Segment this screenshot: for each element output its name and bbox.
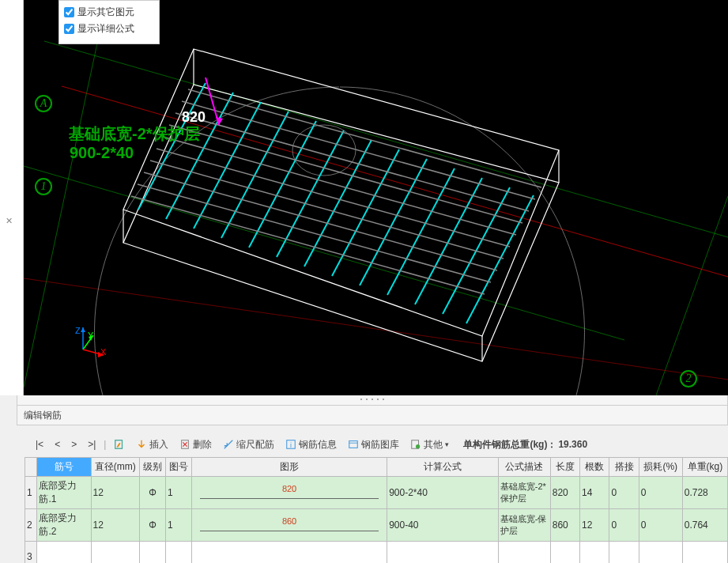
- col-loss[interactable]: 损耗(%): [639, 458, 682, 477]
- cell-length[interactable]: 820: [550, 477, 579, 509]
- model-canvas[interactable]: [24, 0, 728, 395]
- toolbar: |< < > >| | 插入 删除 缩尺配筋 i 钢筋信息 钢筋图库 其他 ▾ …: [25, 433, 728, 455]
- nav-prev-button[interactable]: <: [50, 436, 65, 452]
- cell-lap[interactable]: [609, 542, 639, 564]
- axis-marker-a: A: [35, 95, 52, 112]
- gutter-close-icon[interactable]: ✕: [6, 216, 13, 226]
- svg-line-16: [221, 111, 289, 238]
- svg-line-0: [24, 166, 624, 340]
- cell-formula[interactable]: [387, 542, 499, 564]
- rebar-info-label: 钢筋信息: [299, 438, 337, 452]
- table-row[interactable]: 2 底部受力筋.2 12 Φ 1 860 900-40 基础底宽-保护层 860…: [25, 509, 728, 542]
- cell-loss[interactable]: [639, 542, 682, 564]
- cell-grade[interactable]: Φ: [140, 477, 166, 509]
- col-unit-weight[interactable]: 单重(kg): [682, 458, 727, 477]
- cell-name[interactable]: [37, 542, 91, 564]
- cell-lap[interactable]: 0: [609, 509, 639, 542]
- formula-calculation: 900-2*40: [70, 144, 134, 162]
- cell-count[interactable]: 12: [580, 509, 609, 542]
- panel-title: 编辑钢筋: [17, 405, 728, 425]
- checkbox-show-other-elements[interactable]: 显示其它图元: [64, 4, 154, 21]
- panel-resize-handle[interactable]: [17, 395, 728, 405]
- nav-first-button[interactable]: |<: [31, 436, 48, 452]
- cell-weight[interactable]: [682, 542, 727, 564]
- checkbox-label: 显示其它图元: [77, 6, 134, 19]
- col-count[interactable]: 根数: [580, 458, 609, 477]
- col-grade[interactable]: 级别: [140, 458, 166, 477]
- axis-marker-1: 1: [35, 178, 52, 195]
- checkbox-input[interactable]: [64, 24, 74, 34]
- import-icon[interactable]: [109, 436, 130, 452]
- total-weight-display: 单构件钢筋总重(kg)： 19.360: [463, 438, 587, 452]
- rebar-library-button[interactable]: 钢筋图库: [343, 436, 404, 454]
- cell-diameter[interactable]: 12: [91, 477, 140, 509]
- delete-label: 删除: [193, 438, 212, 452]
- cell-figno[interactable]: [165, 542, 191, 564]
- checkbox-input[interactable]: [64, 7, 74, 17]
- nav-next-button[interactable]: >: [66, 436, 81, 452]
- scale-rebar-button[interactable]: 缩尺配筋: [218, 436, 279, 454]
- viewport-3d[interactable]: 显示其它图元 显示详细公式 820 基础底宽-2*保护层 900-2*40 A …: [24, 0, 728, 395]
- cell-desc[interactable]: 基础底宽-保护层: [498, 509, 550, 542]
- col-length[interactable]: 长度: [550, 458, 579, 477]
- col-figure-no[interactable]: 图号: [165, 458, 191, 477]
- axis-y-label: Y: [88, 331, 93, 340]
- cell-length[interactable]: 860: [550, 509, 579, 542]
- rebar-info-button[interactable]: i 钢筋信息: [281, 436, 341, 454]
- cell-figno[interactable]: 1: [165, 477, 191, 509]
- table-row[interactable]: 3: [25, 542, 728, 564]
- total-weight-value: 19.360: [558, 439, 587, 450]
- cell-weight[interactable]: 0.728: [682, 477, 727, 509]
- svg-line-3: [656, 196, 728, 395]
- cell-count[interactable]: [580, 542, 609, 564]
- cell-grade[interactable]: Φ: [140, 509, 166, 542]
- shape-dimension: 860: [200, 516, 379, 526]
- col-rebar-id[interactable]: 筋号: [37, 458, 91, 477]
- cell-loss[interactable]: 0: [639, 509, 682, 542]
- other-label: 其他: [424, 438, 443, 452]
- col-rownum[interactable]: [25, 458, 37, 477]
- cell-name[interactable]: 底部受力筋.2: [37, 509, 91, 542]
- cell-desc[interactable]: 基础底宽-2*保护层: [498, 477, 550, 509]
- insert-button[interactable]: 插入: [131, 436, 173, 454]
- rebar-library-label: 钢筋图库: [361, 438, 399, 452]
- nav-last-button[interactable]: >|: [83, 436, 100, 452]
- col-lap[interactable]: 搭接: [609, 458, 639, 477]
- svg-line-18: [277, 130, 344, 257]
- col-formula[interactable]: 计算公式: [387, 458, 499, 477]
- cell-shape[interactable]: [191, 542, 387, 564]
- cell-diameter[interactable]: [91, 542, 140, 564]
- cell-count[interactable]: 14: [580, 477, 609, 509]
- checkbox-show-detailed-formula[interactable]: 显示详细公式: [64, 21, 154, 37]
- display-options-panel: 显示其它图元 显示详细公式: [58, 0, 160, 44]
- delete-button[interactable]: 删除: [175, 436, 217, 454]
- axis-z-label: Z: [75, 326, 81, 335]
- other-button[interactable]: 其他 ▾: [405, 436, 454, 454]
- cell-name[interactable]: 底部受力筋.1: [37, 477, 91, 509]
- rebar-table[interactable]: 筋号 直径(mm) 级别 图号 图形 计算公式 公式描述 长度 根数 搭接 损耗…: [25, 457, 728, 563]
- col-diameter[interactable]: 直径(mm): [91, 458, 140, 477]
- table-row[interactable]: 1 底部受力筋.1 12 Φ 1 820 900-2*40 基础底宽-2*保护层…: [25, 477, 728, 509]
- cell-shape[interactable]: 860: [191, 509, 387, 542]
- cell-desc[interactable]: [498, 542, 550, 564]
- cell-figno[interactable]: 1: [165, 509, 191, 542]
- cell-weight[interactable]: 0.764: [682, 509, 727, 542]
- svg-text:i: i: [290, 441, 292, 449]
- cell-lap[interactable]: 0: [609, 477, 639, 509]
- cell-formula[interactable]: 900-2*40: [387, 477, 499, 509]
- row-number: 1: [25, 477, 37, 509]
- cell-formula[interactable]: 900-40: [387, 509, 499, 542]
- row-number: 2: [25, 509, 37, 542]
- axis-x-label: X: [100, 347, 106, 357]
- cell-shape[interactable]: 820: [191, 477, 387, 509]
- cell-grade[interactable]: [140, 542, 166, 564]
- svg-line-5: [24, 278, 728, 380]
- cell-loss[interactable]: 0: [639, 477, 682, 509]
- svg-marker-39: [81, 327, 85, 332]
- left-gutter: ✕: [0, 0, 24, 395]
- cell-diameter[interactable]: 12: [91, 509, 140, 542]
- col-formula-desc[interactable]: 公式描述: [498, 458, 550, 477]
- cell-length[interactable]: [550, 542, 579, 564]
- col-shape[interactable]: 图形: [191, 458, 387, 477]
- checkbox-label: 显示详细公式: [77, 22, 134, 36]
